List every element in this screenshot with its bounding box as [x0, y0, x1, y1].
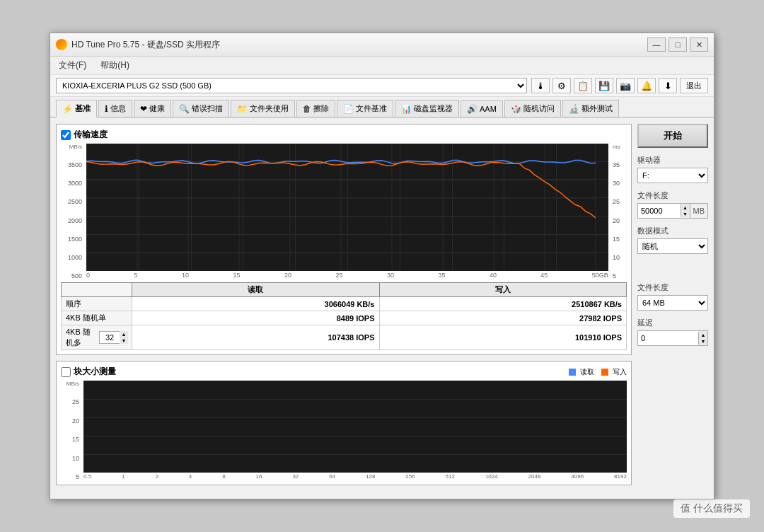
- delay-input-wrap: ▲ ▼: [637, 330, 708, 346]
- tab-random-icon: 🎲: [511, 104, 521, 114]
- copy-button[interactable]: 📋: [574, 78, 592, 93]
- block-chart-area: MB/s 25 20 15 10 5: [61, 381, 627, 480]
- legend-write-label: 写入: [613, 367, 627, 377]
- drive-dropdown[interactable]: KIOXIA-EXCERIA PLUS G2 SSD (500 GB): [56, 78, 527, 93]
- save-button[interactable]: 💾: [595, 78, 613, 93]
- menu-help[interactable]: 帮助(H): [98, 58, 132, 73]
- tab-health[interactable]: ❤ 健康: [134, 100, 171, 117]
- tab-aam[interactable]: 🔊 AAM: [461, 100, 503, 117]
- drive-select[interactable]: F:: [637, 168, 708, 183]
- menu-file[interactable]: 文件(F): [56, 58, 89, 73]
- stats-row-sequential: 顺序 3066049 KB/s 2510867 KB/s: [62, 297, 627, 311]
- tabs-row: ⚡ 基准 ℹ 信息 ❤ 健康 🔍 错误扫描 📁 文件夹使用 🗑 擦除: [50, 97, 714, 118]
- tab-error-label: 错误扫描: [192, 103, 223, 114]
- queue-depth-input[interactable]: [100, 332, 120, 343]
- transfer-chart: [86, 144, 608, 271]
- stats-write-seq: 2510867 KB/s: [379, 297, 627, 311]
- queue-depth-down[interactable]: ▼: [120, 337, 128, 344]
- tab-erase[interactable]: 🗑 擦除: [296, 100, 335, 117]
- data-mode-select[interactable]: 随机: [637, 238, 708, 254]
- tab-disk-label: 磁盘监视器: [414, 103, 453, 114]
- block-chart-col: 0.5 1 2 4 8 16 32 64 128 256 512: [83, 381, 627, 480]
- drive-toolbar: KIOXIA-EXCERIA PLUS G2 SSD (500 GB) 🌡 ⚙ …: [50, 75, 714, 97]
- tab-benchmark-icon: ⚡: [62, 104, 73, 114]
- chart-area-transfer: MB/s 3500 3000 2500 2000 1500 1000 500: [61, 144, 627, 279]
- file-length-down[interactable]: ▼: [681, 211, 690, 217]
- y-axis-right: ms 35 30 25 20 15 10 5: [611, 144, 627, 279]
- delay-input[interactable]: [638, 331, 698, 345]
- minimize-button[interactable]: —: [647, 37, 666, 52]
- tab-error-icon: 🔍: [179, 104, 190, 114]
- tab-folder[interactable]: 📁 文件夹使用: [231, 100, 295, 117]
- stats-label-seq: 顺序: [62, 297, 132, 311]
- block-size-label: 块大小测量: [74, 366, 116, 378]
- legend-write-dot: [601, 369, 608, 376]
- queue-depth-btns: ▲ ▼: [120, 331, 128, 344]
- stats-label-4kb-single: 4KB 随机单: [62, 311, 132, 325]
- close-button[interactable]: ✕: [690, 37, 708, 52]
- stats-read-4kb-single: 8489 IOPS: [132, 311, 380, 325]
- legend-read-label: 读取: [580, 367, 594, 377]
- tab-benchmark[interactable]: ⚡ 基准: [56, 100, 97, 118]
- block-file-length-label: 文件长度: [637, 282, 708, 293]
- file-length-label: 文件长度: [637, 190, 708, 201]
- temp-button[interactable]: 🌡: [531, 78, 550, 93]
- block-size-checkbox[interactable]: [61, 367, 71, 377]
- block-size-section: 块大小测量 读取 写入 MB/s 25 20 15: [56, 361, 632, 485]
- maximize-button[interactable]: □: [668, 37, 687, 52]
- stats-table: 读取 写入 顺序 3066049 KB/s 2510867 KB/s: [61, 282, 627, 350]
- screenshot-button[interactable]: 📷: [616, 78, 635, 93]
- toolbar-icons: 🌡 ⚙ 📋 💾 📷 🔔 ⬇ 退出: [531, 78, 708, 93]
- exit-button[interactable]: 退出: [680, 78, 708, 93]
- main-content: 传输速度 MB/s 3500 3000 2500 2000 1500 1000 …: [50, 118, 714, 491]
- stats-row-4kb-multi: 4KB 随机多 ▲ ▼: [62, 325, 627, 350]
- tab-file-bench[interactable]: 📄 文件基准: [337, 100, 393, 117]
- spacer: [637, 261, 708, 275]
- tab-folder-label: 文件夹使用: [250, 103, 289, 114]
- tab-info[interactable]: ℹ 信息: [98, 100, 132, 117]
- tab-extra-label: 额外测试: [581, 103, 613, 114]
- watermark: 值 什么值得买: [673, 499, 750, 518]
- tab-extra[interactable]: 🔬 额外测试: [562, 100, 619, 117]
- file-length-unit: MB: [690, 204, 708, 218]
- start-button[interactable]: 开始: [637, 124, 708, 148]
- delay-up[interactable]: ▲: [699, 332, 707, 338]
- tab-file-bench-icon: 📄: [343, 104, 354, 114]
- delay-down[interactable]: ▼: [699, 338, 707, 345]
- notify-button[interactable]: 🔔: [637, 78, 656, 93]
- file-length-input-wrap: ▲ ▼ MB: [637, 203, 708, 219]
- block-file-length-select[interactable]: 64 MB: [637, 295, 708, 311]
- section-header-block: 块大小测量 读取 写入: [61, 366, 627, 378]
- download-button[interactable]: ⬇: [659, 78, 677, 93]
- data-mode-control: 数据模式 随机: [637, 226, 708, 254]
- queue-depth-spinner[interactable]: ▲ ▼: [99, 331, 127, 344]
- stats-row-4kb-single: 4KB 随机单 8489 IOPS 27982 IOPS: [62, 311, 627, 325]
- tab-random[interactable]: 🎲 随机访问: [504, 100, 561, 117]
- stats-header-empty: [62, 283, 132, 297]
- block-file-length-control: 文件长度 64 MB: [637, 282, 708, 311]
- transfer-speed-checkbox[interactable]: [61, 130, 71, 140]
- section-header-transfer: 传输速度: [61, 129, 627, 141]
- delay-label: 延迟: [637, 318, 708, 328]
- tab-extra-icon: 🔬: [569, 104, 579, 114]
- tab-disk-monitor[interactable]: 📊 磁盘监视器: [395, 100, 459, 117]
- file-length-spinner: ▲ ▼: [681, 204, 690, 217]
- y-label-ms: ms: [613, 144, 625, 150]
- transfer-chart-svg: [86, 144, 608, 271]
- queue-depth-up[interactable]: ▲: [120, 331, 128, 337]
- block-grid-h3: [83, 436, 627, 436]
- y-axis-left: MB/s 3500 3000 2500 2000 1500 1000 500: [61, 144, 83, 279]
- settings-button[interactable]: ⚙: [552, 78, 571, 93]
- right-panel: 开始 驱动器 F: 文件长度 ▲ ▼ MB: [637, 124, 708, 485]
- file-length-up[interactable]: ▲: [681, 204, 690, 211]
- file-length-input[interactable]: [638, 204, 681, 218]
- block-y-axis: MB/s 25 20 15 10 5: [61, 381, 81, 480]
- tab-error-scan[interactable]: 🔍 错误扫描: [173, 100, 229, 117]
- transfer-speed-label: 传输速度: [74, 129, 108, 141]
- tab-file-bench-label: 文件基准: [356, 103, 387, 114]
- delay-spinner: ▲ ▼: [698, 332, 707, 345]
- left-panel: 传输速度 MB/s 3500 3000 2500 2000 1500 1000 …: [56, 124, 632, 485]
- drive-selector-area: KIOXIA-EXCERIA PLUS G2 SSD (500 GB): [56, 78, 527, 93]
- tab-erase-label: 擦除: [313, 103, 329, 114]
- stats-write-4kb-single: 27982 IOPS: [379, 311, 627, 325]
